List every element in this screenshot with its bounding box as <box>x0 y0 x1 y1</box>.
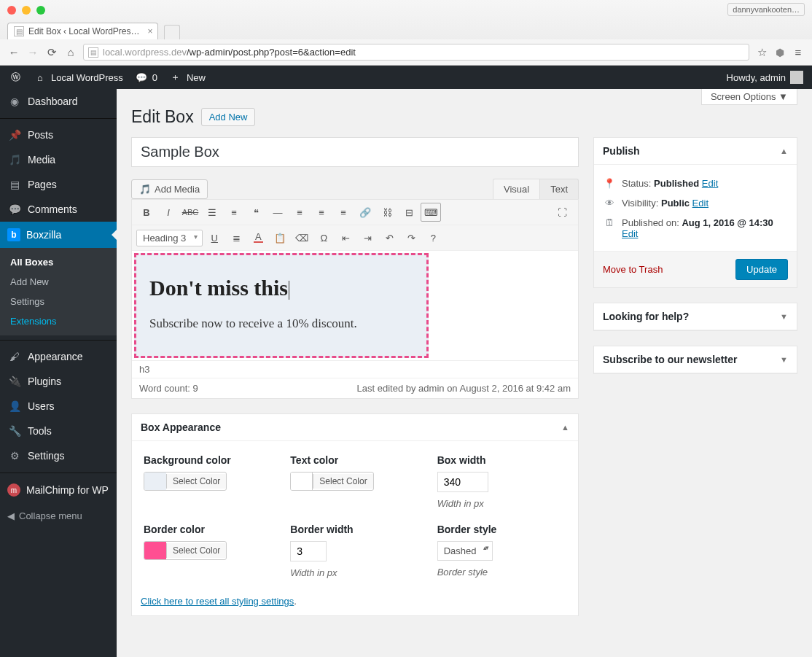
extension-icon[interactable]: ⬢ <box>773 45 787 60</box>
clear-formatting-button[interactable]: ⌫ <box>292 228 312 247</box>
menu-dashboard[interactable]: ◉Dashboard <box>0 89 117 114</box>
howdy-text: Howdy, admin <box>727 72 786 83</box>
screen-options-button[interactable]: Screen Options ▼ <box>701 89 797 105</box>
border-style-label: Border style <box>437 524 566 535</box>
menu-pages[interactable]: ▤Pages <box>0 172 117 197</box>
close-tab-icon[interactable]: × <box>148 26 153 36</box>
align-center-button[interactable]: ≡ <box>311 203 332 222</box>
strike-button[interactable]: ABC <box>180 203 200 222</box>
undo-button[interactable]: ↶ <box>379 228 399 247</box>
add-media-button[interactable]: 🎵Add Media <box>131 179 208 199</box>
format-select[interactable]: Heading 3 <box>136 230 203 246</box>
box-width-hint: Width in px <box>437 498 566 509</box>
menu-mailchimp[interactable]: mMailChimp for WP <box>0 473 117 503</box>
unlink-button[interactable]: ⛓ <box>377 203 397 222</box>
select-color-button[interactable]: Select Color <box>166 543 226 558</box>
toggle-icon: ▼ <box>780 312 788 321</box>
account-link[interactable]: Howdy, admin <box>727 71 803 84</box>
underline-button[interactable]: U <box>204 228 225 247</box>
border-style-select[interactable]: Dashed <box>437 541 493 561</box>
key-icon: 📍 <box>603 178 616 189</box>
redo-button[interactable]: ↷ <box>401 228 421 247</box>
new-tab-button[interactable] <box>164 25 180 39</box>
menu-label: Settings <box>28 450 65 462</box>
help-button[interactable]: ? <box>423 228 443 247</box>
newsletter-panel-header[interactable]: Subscribe to our newsletter ▼ <box>594 346 797 373</box>
menu-media[interactable]: 🎵Media <box>0 147 117 172</box>
window-zoom[interactable] <box>36 6 45 15</box>
publish-panel-header[interactable]: Publish ▲ <box>594 138 797 165</box>
reset-styling-link[interactable]: Click here to reset all styling settings <box>141 596 294 607</box>
indent-button[interactable]: ⇥ <box>357 228 378 247</box>
window-minimize[interactable] <box>22 6 31 15</box>
comments-link[interactable]: 💬0 <box>135 71 157 84</box>
toggle-icon: ▲ <box>780 147 788 155</box>
submenu-settings[interactable]: Settings <box>0 292 117 311</box>
window-close[interactable] <box>7 6 16 15</box>
menu-users[interactable]: 👤Users <box>0 394 117 419</box>
menu-plugins[interactable]: 🔌Plugins <box>0 369 117 394</box>
border-color-picker[interactable]: Select Color <box>144 541 227 560</box>
toolbar-toggle-button[interactable]: ⌨ <box>421 203 441 222</box>
menu-tools[interactable]: 🔧Tools <box>0 419 117 443</box>
menu-label: Pages <box>28 179 57 190</box>
menu-boxzilla[interactable]: bBoxzilla <box>0 222 117 248</box>
reload-icon[interactable]: ⟳ <box>45 46 58 59</box>
visibility-text: Visibility: Public Edit <box>622 198 708 209</box>
edit-date-link[interactable]: Edit <box>622 228 638 239</box>
align-left-button[interactable]: ≡ <box>289 203 310 222</box>
menu-settings[interactable]: ⚙Settings <box>0 443 117 468</box>
submenu-extensions[interactable]: Extensions <box>0 311 117 331</box>
bookmark-icon[interactable]: ☆ <box>755 46 768 59</box>
update-button[interactable]: Update <box>735 259 788 280</box>
italic-button[interactable]: I <box>158 203 179 222</box>
fullscreen-button[interactable]: ⛶ <box>552 203 572 222</box>
home-icon[interactable]: ⌂ <box>64 46 77 59</box>
site-name-link[interactable]: ⌂Local WordPress <box>34 71 123 84</box>
border-width-input[interactable] <box>290 541 327 561</box>
post-title-input[interactable] <box>131 137 579 167</box>
bold-button[interactable]: B <box>136 203 157 222</box>
chrome-profile-badge[interactable]: dannyvankooten… <box>727 3 805 16</box>
collapse-icon: ◀ <box>7 510 15 521</box>
outdent-button[interactable]: ⇤ <box>335 228 356 247</box>
url-bar[interactable]: ▤ local.wordpress.dev/wp-admin/post.php?… <box>83 44 749 61</box>
tab-visual[interactable]: Visual <box>493 179 540 199</box>
browser-tab[interactable]: ▤ Edit Box ‹ Local WordPres… × <box>7 23 158 39</box>
paste-text-button[interactable]: 📋 <box>270 228 290 247</box>
bg-color-picker[interactable]: Select Color <box>144 472 227 491</box>
menu-icon[interactable]: ≡ <box>792 46 805 59</box>
submenu-all-boxes[interactable]: All Boxes <box>0 252 117 272</box>
editor-canvas[interactable]: Don't miss this Subscribe now to receive… <box>132 251 578 360</box>
align-right-button[interactable]: ≡ <box>333 203 354 222</box>
tab-text[interactable]: Text <box>540 179 579 199</box>
bullet-list-button[interactable]: ☰ <box>202 203 222 222</box>
select-color-button[interactable]: Select Color <box>166 474 226 489</box>
number-list-button[interactable]: ≡ <box>224 203 244 222</box>
back-icon[interactable]: ← <box>7 46 20 59</box>
text-color-picker[interactable]: Select Color <box>290 472 373 491</box>
move-to-trash-link[interactable]: Move to Trash <box>603 264 663 275</box>
select-color-button[interactable]: Select Color <box>313 474 372 489</box>
menu-appearance[interactable]: 🖌Appearance <box>0 340 117 369</box>
hr-button[interactable]: — <box>268 203 288 222</box>
read-more-button[interactable]: ⊟ <box>399 203 419 222</box>
menu-posts[interactable]: 📌Posts <box>0 118 117 147</box>
edit-visibility-link[interactable]: Edit <box>692 198 708 209</box>
link-button[interactable]: 🔗 <box>355 203 375 222</box>
new-content-link[interactable]: ＋New <box>169 71 206 84</box>
box-width-input[interactable] <box>437 472 488 492</box>
edit-status-link[interactable]: Edit <box>702 178 718 189</box>
box-appearance-header[interactable]: Box Appearance ▲ <box>132 414 578 441</box>
justify-button[interactable]: ≣ <box>226 228 246 247</box>
add-new-button[interactable]: Add New <box>201 108 256 126</box>
blockquote-button[interactable]: ❝ <box>246 203 266 222</box>
special-char-button[interactable]: Ω <box>313 228 334 247</box>
submenu-add-new[interactable]: Add New <box>0 272 117 292</box>
text-cursor <box>289 281 289 300</box>
collapse-menu[interactable]: ◀Collapse menu <box>0 503 117 529</box>
text-color-button[interactable]: A <box>248 228 268 247</box>
wp-logo[interactable]: ⓦ <box>9 71 22 84</box>
help-panel-header[interactable]: Looking for help? ▼ <box>594 303 797 330</box>
menu-comments[interactable]: 💬Comments <box>0 197 117 222</box>
